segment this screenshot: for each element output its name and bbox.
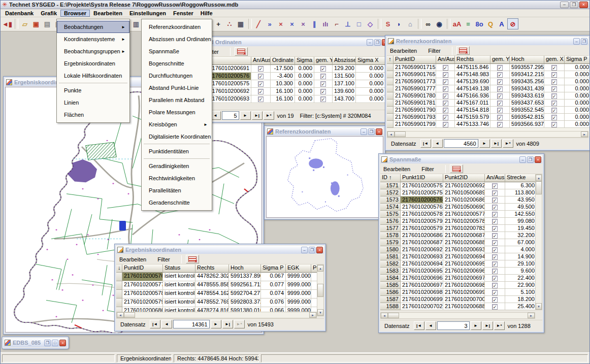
submenu-item-rechtwinkligkeiten[interactable]: Rechtwinkligkeiten xyxy=(142,172,212,184)
window-title-bar[interactable]: EDBS_085 ❐ □ × xyxy=(4,338,67,347)
close-button[interactable]: × xyxy=(579,2,588,8)
column-header-gem-x[interactable]: gem. X xyxy=(544,56,565,64)
row-selector[interactable] xyxy=(116,299,122,307)
sort-indicator-header[interactable]: ↓ xyxy=(116,264,122,273)
scrollbar-track[interactable] xyxy=(135,312,309,318)
scroll-right-button[interactable]: ► xyxy=(309,312,316,318)
previous-record-button[interactable]: ◄ xyxy=(425,321,436,330)
checkbox-checked-icon[interactable]: ✓ xyxy=(492,219,498,224)
checkbox-checked-icon[interactable]: ✓ xyxy=(497,108,503,113)
table-row[interactable]: 2176010200579isiert kontrolliert4478552.… xyxy=(116,299,317,307)
submenu-item-kreisb-gen[interactable]: Kreisbögen► xyxy=(142,118,212,130)
table-row[interactable]: 2176059901780✓4475166.936✓5993433.619✓0.… xyxy=(387,92,590,100)
record-number-field[interactable]: 5 xyxy=(222,111,239,120)
next-record-button[interactable]: ► xyxy=(240,111,251,120)
data-grid[interactable]: ID ↑Punkt1IDPunkt2IDAn/AusStrecke1571217… xyxy=(380,174,535,310)
first-record-button[interactable]: |◄ xyxy=(414,321,424,330)
next-record-button[interactable]: ► xyxy=(211,320,221,328)
window-menu-item-filter[interactable]: Filter xyxy=(421,166,434,172)
column-header-strecke[interactable]: Strecke xyxy=(505,174,535,182)
tool-icon[interactable]: ▥ xyxy=(130,18,142,29)
checkbox-checked-icon[interactable]: ✓ xyxy=(492,254,498,260)
checkbox-checked-icon[interactable]: ✓ xyxy=(497,115,503,120)
column-header-an-aus[interactable]: An/Aus xyxy=(251,57,271,65)
label-tool-icon[interactable]: aA xyxy=(451,18,463,29)
diamond-tool-icon[interactable]: ◇ xyxy=(365,18,376,29)
table-row[interactable]: 2176059901793✓4475159.579✓5993542.815✓0.… xyxy=(387,114,590,121)
pistol-tool-icon[interactable]: ⌐ xyxy=(331,18,342,29)
restore-button[interactable]: ❐ xyxy=(527,156,534,163)
scrollbar-track[interactable] xyxy=(406,131,581,137)
column-header-punkt2id[interactable]: Punkt2ID xyxy=(443,174,485,182)
cross-tool-icon[interactable]: × xyxy=(286,18,298,29)
checkbox-checked-icon[interactable]: ✓ xyxy=(492,290,498,295)
checkbox-checked-icon[interactable]: ✓ xyxy=(443,101,448,106)
window-spannmasse[interactable]: Spannmaße – ❐ × BearbeitenFilter ID ↑Pun… xyxy=(378,153,544,333)
column-header-sigma-p[interactable]: Sigma P xyxy=(261,264,286,273)
checkbox-checked-icon[interactable]: ✓ xyxy=(492,283,498,288)
submenu-item-abszissen-und-ordinaten[interactable]: Abszissen und Ordinaten xyxy=(142,33,212,45)
new-record-button[interactable]: ►* xyxy=(494,321,505,330)
row-selector[interactable] xyxy=(116,281,122,290)
submenu-item-parallelen-mit-abstand[interactable]: Parallelen mit Abstand xyxy=(142,94,212,106)
table-row[interactable]: 157321760102005762176010200686✓43.950 xyxy=(380,196,535,204)
next-record-button[interactable]: ► xyxy=(479,139,490,148)
next-record-button[interactable]: ► xyxy=(471,321,481,330)
checkbox-checked-icon[interactable]: ✓ xyxy=(320,96,326,102)
checkbox-checked-icon[interactable]: ✓ xyxy=(551,72,557,78)
row-selector[interactable] xyxy=(387,121,394,128)
checkbox-checked-icon[interactable]: ✓ xyxy=(492,269,498,274)
checkbox-checked-icon[interactable]: ✓ xyxy=(258,74,264,79)
table-row[interactable]: 157521760102005782176010200577✓142.550 xyxy=(380,211,535,218)
menubar-item-grafik[interactable]: Grafik xyxy=(37,10,60,17)
database-search-icon[interactable]: ▣ xyxy=(30,18,42,29)
restore-button[interactable]: ❐ xyxy=(368,128,375,135)
menu-item-fl-chen[interactable]: Flächen xyxy=(57,109,129,121)
column-header-an-aus[interactable]: An/Aus xyxy=(485,174,505,182)
close-button[interactable]: × xyxy=(59,340,66,346)
close-button[interactable]: × xyxy=(535,156,541,163)
checkbox-checked-icon[interactable]: ✓ xyxy=(551,93,557,99)
row-selector[interactable] xyxy=(387,107,394,114)
delete-table-button[interactable] xyxy=(456,46,470,55)
world-tool-icon[interactable]: ◉ xyxy=(434,18,445,29)
checkbox-checked-icon[interactable]: ✓ xyxy=(258,66,264,72)
scroll-left-button[interactable]: ◄ xyxy=(387,131,395,137)
checkbox-checked-icon[interactable]: ✓ xyxy=(492,276,498,281)
menubar-item-bearbeiten[interactable]: Bearbeiten xyxy=(90,10,126,17)
submenu-item-geradenschnitte[interactable]: Geradenschnitte xyxy=(142,196,212,209)
horizontal-scrollbar[interactable]: ◄► xyxy=(380,312,535,319)
scroll-left-button[interactable]: ◄ xyxy=(117,312,124,318)
window-ergebniskoordinaten-table[interactable]: Ergebniskoordinaten – ❐ × BearbeitenFilt… xyxy=(114,244,326,332)
checkbox-checked-icon[interactable]: ✓ xyxy=(492,226,498,231)
window-menu-item-bearbeiten[interactable]: Bearbeiten xyxy=(119,256,146,262)
row-selector[interactable] xyxy=(387,85,394,92)
checkbox-checked-icon[interactable]: ✓ xyxy=(551,108,557,113)
column-header-punkt1id[interactable]: Punkt1ID xyxy=(401,174,443,182)
window-menu-item-bearbeiten[interactable]: Bearbeiten xyxy=(390,48,417,54)
checkbox-checked-icon[interactable]: ✓ xyxy=(551,122,557,127)
submenu-item-parallelit-ten[interactable]: Parallelitäten xyxy=(142,184,212,196)
table-row[interactable]: 158721760102006992176010200700✓18.200 xyxy=(380,296,535,303)
delete-table-button[interactable] xyxy=(450,164,463,173)
table-row[interactable]: 2176059901781✓4475167.011✓5993437.653✓0.… xyxy=(387,100,590,107)
data-grid[interactable]: ↓PunktIDStatusRechtsHochSigma PEGKPu2176… xyxy=(116,264,317,316)
scrollbar-track[interactable] xyxy=(317,297,323,309)
column-header-pu[interactable]: Pu xyxy=(311,264,317,273)
menu-item-beobachtungsgruppen[interactable]: Beobachtungsgruppen► xyxy=(57,45,129,57)
scrollbar-track[interactable] xyxy=(317,272,323,284)
checkbox-checked-icon[interactable]: ✓ xyxy=(320,89,326,94)
column-header-punktid[interactable]: PunktID xyxy=(122,264,163,273)
checkbox-checked-icon[interactable]: ✓ xyxy=(492,233,498,239)
last-record-button[interactable]: ►| xyxy=(491,139,502,148)
menubar-item-datenbank[interactable]: Datenbank xyxy=(2,10,37,17)
table-row[interactable]: 2176010200578isiert kontrolliert4478554.… xyxy=(116,290,317,299)
checkbox-checked-icon[interactable]: ✓ xyxy=(443,122,448,127)
restore-button[interactable]: ❐ xyxy=(374,39,381,46)
checkbox-checked-icon[interactable]: ✓ xyxy=(551,79,557,85)
previous-record-button[interactable]: ◄ xyxy=(161,320,172,328)
menubar-item-browser[interactable]: Browser xyxy=(60,10,90,17)
close-button[interactable]: × xyxy=(316,247,323,253)
checkbox-checked-icon[interactable]: ✓ xyxy=(320,66,326,72)
table-row[interactable]: 158321760102006952176010200696✓9.600 xyxy=(380,268,535,275)
